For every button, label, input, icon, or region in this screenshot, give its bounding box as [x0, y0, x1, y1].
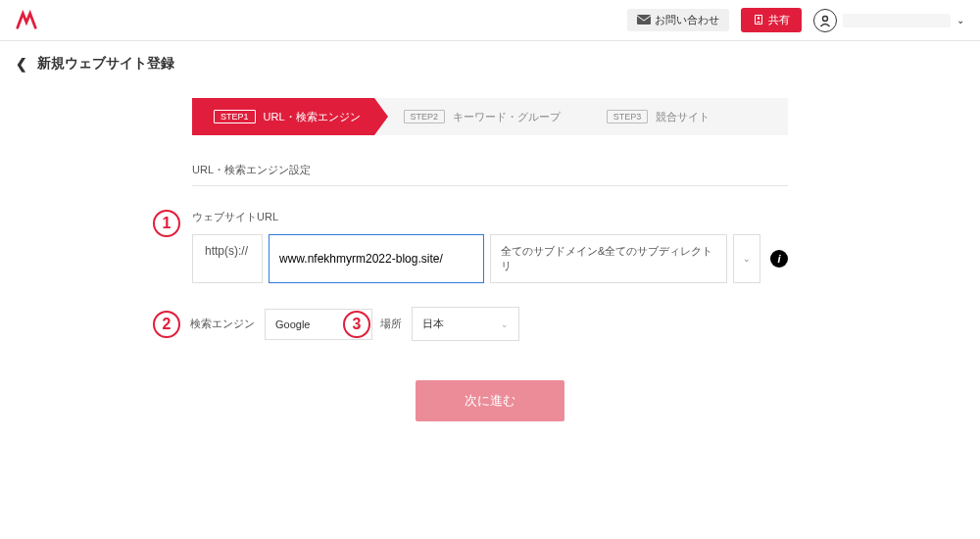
divider: [192, 185, 788, 186]
step-2-badge: STEP2: [404, 110, 446, 123]
main-content: STEP1 URL・検索エンジン STEP2 キーワード・グループ STEP3 …: [176, 98, 804, 421]
stepper: STEP1 URL・検索エンジン STEP2 キーワード・グループ STEP3 …: [192, 98, 788, 135]
engine-value: Google: [275, 318, 310, 330]
annotation-2: 2: [153, 311, 180, 338]
app-logo: [16, 10, 37, 31]
url-label: ウェブサイトURL: [192, 210, 788, 224]
title-bar: ❮ 新規ウェブサイト登録: [0, 41, 980, 86]
svg-point-4: [823, 16, 828, 21]
step-1-badge: STEP1: [214, 110, 256, 123]
section-title: URL・検索エンジン設定: [192, 163, 788, 177]
contact-button[interactable]: お問い合わせ: [627, 9, 729, 31]
annotation-3: 3: [343, 311, 370, 338]
share-label: 共有: [768, 13, 790, 27]
step-3-badge: STEP3: [607, 110, 649, 123]
back-button[interactable]: ❮: [16, 56, 27, 72]
user-menu[interactable]: ⌄: [813, 9, 964, 32]
location-value: 日本: [422, 317, 444, 331]
step-2-label: キーワード・グループ: [453, 110, 561, 124]
page-title: 新規ウェブサイト登録: [37, 55, 174, 73]
location-dropdown[interactable]: 日本 ⌄: [412, 307, 519, 341]
info-icon[interactable]: i: [770, 250, 788, 268]
mail-icon: [637, 15, 651, 26]
step-1-label: URL・検索エンジン: [264, 110, 361, 124]
step-3-label: 競合サイト: [656, 110, 710, 124]
subdomain-value: 全てのサブドメイン&全てのサブディレクトリ: [501, 244, 716, 273]
next-button[interactable]: 次に進む: [416, 380, 564, 421]
svg-rect-0: [637, 15, 651, 24]
subdomain-dropdown[interactable]: 全てのサブドメイン&全てのサブディレクトリ: [490, 234, 727, 283]
url-input[interactable]: [269, 234, 484, 283]
subdomain-chevron[interactable]: ⌄: [733, 234, 760, 283]
annotation-1: 1: [153, 210, 180, 237]
contact-label: お問い合わせ: [655, 13, 719, 27]
avatar-icon: [813, 9, 837, 32]
svg-point-3: [758, 17, 760, 20]
step-2[interactable]: STEP2 キーワード・グループ: [374, 98, 585, 135]
share-button[interactable]: 共有: [741, 8, 802, 32]
chevron-down-icon: ⌄: [501, 319, 509, 329]
step-3[interactable]: STEP3 競合サイト: [585, 98, 788, 135]
engine-label: 検索エンジン: [190, 317, 255, 331]
chevron-down-icon: ⌄: [956, 15, 964, 25]
username-placeholder: [843, 14, 951, 27]
location-label: 場所: [380, 317, 402, 331]
protocol-box: http(s)://: [192, 234, 263, 283]
share-icon: [753, 14, 764, 27]
step-1[interactable]: STEP1 URL・検索エンジン: [192, 98, 374, 135]
app-header: お問い合わせ 共有 ⌄: [0, 0, 980, 41]
